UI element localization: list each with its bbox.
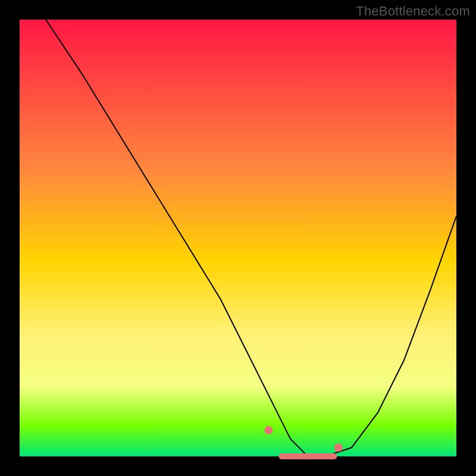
flat-right-end [334, 443, 343, 452]
chart-frame: TheBottleneck.com [0, 0, 476, 476]
flat-left-end [264, 426, 273, 434]
bottleneck-chart-svg [0, 0, 476, 476]
plot-background [20, 20, 456, 456]
